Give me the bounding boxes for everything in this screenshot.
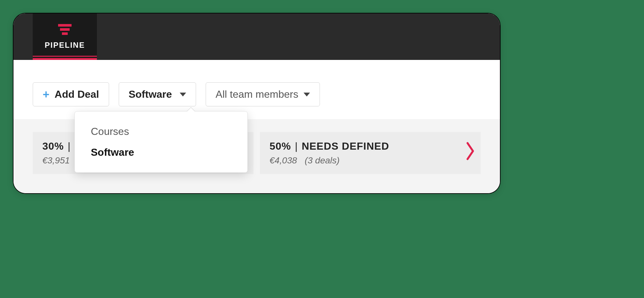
tab-pipeline[interactable]: PIPELINE (33, 13, 97, 60)
pipeline-filter-dropdown[interactable]: Software (119, 82, 196, 106)
toolbar: + Add Deal Software All team members Cou… (13, 60, 500, 119)
chevron-right-icon (467, 141, 475, 165)
funnel-icon (58, 24, 72, 35)
stage-amount: €4,038 (270, 155, 297, 165)
tab-label: PIPELINE (45, 41, 85, 50)
plus-icon: + (43, 89, 49, 100)
stage-separator: | (68, 140, 71, 152)
stage-card[interactable]: 50% | NEEDS DEFINED €4,038 (3 deals) (260, 132, 481, 174)
stage-name: NEEDS DEFINED (302, 140, 389, 152)
chevron-down-icon (304, 93, 310, 96)
chevron-down-icon (180, 93, 186, 96)
top-bar: PIPELINE (13, 13, 500, 60)
add-deal-label: Add Deal (55, 88, 99, 100)
stage-deals: (3 deals) (305, 155, 339, 165)
stage-percent: 30% (42, 140, 64, 152)
team-filter-dropdown[interactable]: All team members (206, 82, 320, 106)
stage-amount: €3,951 (42, 155, 70, 165)
app-window: PIPELINE + Add Deal Software All team me… (13, 13, 501, 194)
stage-separator: | (295, 140, 298, 152)
add-deal-button[interactable]: + Add Deal (33, 82, 109, 106)
stage-percent: 50% (270, 140, 291, 152)
team-filter-label: All team members (216, 88, 298, 100)
pipeline-filter-menu: Courses Software (74, 111, 248, 173)
menu-item-software[interactable]: Software (75, 142, 247, 163)
stage-sub: €4,038 (3 deals) (270, 155, 471, 166)
pipeline-filter-label: Software (129, 88, 172, 100)
stage-header: 50% | NEEDS DEFINED (270, 140, 471, 152)
menu-item-courses[interactable]: Courses (75, 121, 247, 142)
